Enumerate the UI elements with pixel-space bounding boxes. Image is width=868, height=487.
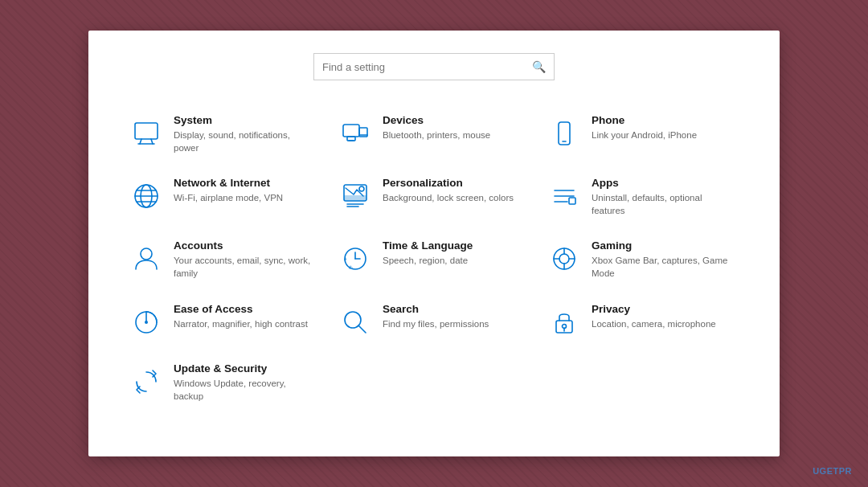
setting-text-privacy: Privacy Location, camera, microphone: [592, 303, 733, 330]
setting-text-devices: Devices Bluetooth, printers, mouse: [383, 114, 524, 141]
setting-text-accounts: Accounts Your accounts, email, sync, wor…: [174, 239, 315, 280]
setting-item-privacy[interactable]: Privacy Location, camera, microphone: [538, 292, 747, 351]
setting-desc-network: Wi-Fi, airplane mode, VPN: [174, 191, 315, 204]
setting-item-phone[interactable]: Phone Link your Android, iPhone: [538, 103, 747, 166]
setting-title-system: System: [174, 114, 315, 126]
setting-title-gaming: Gaming: [592, 239, 733, 252]
devices-icon: [338, 116, 373, 151]
setting-title-personalization: Personalization: [383, 177, 524, 189]
svg-point-39: [145, 321, 148, 324]
search-bar: 🔍: [313, 53, 555, 80]
search-input[interactable]: [322, 61, 532, 73]
setting-text-gaming: Gaming Xbox Game Bar, captures, Game Mod…: [592, 239, 733, 280]
setting-desc-accounts: Your accounts, email, sync, work, family: [174, 254, 315, 280]
svg-line-1: [140, 139, 141, 144]
setting-text-network: Network & Internet Wi-Fi, airplane mode,…: [174, 177, 315, 204]
apps-icon: [547, 178, 582, 214]
setting-item-ease[interactable]: Ease of Access Narrator, magnifier, high…: [121, 292, 330, 351]
setting-text-time: Time & Language Speech, region, date: [383, 239, 524, 267]
personalization-icon: [338, 178, 373, 214]
setting-text-search: Search Find my files, permissions: [383, 303, 524, 330]
svg-text:A: A: [344, 256, 347, 261]
svg-rect-4: [343, 125, 359, 137]
setting-item-update[interactable]: Update & Security Windows Update, recove…: [121, 351, 330, 414]
setting-desc-gaming: Xbox Game Bar, captures, Game Mode: [592, 254, 733, 280]
setting-item-network[interactable]: Network & Internet Wi-Fi, airplane mode,…: [121, 166, 330, 228]
setting-text-ease: Ease of Access Narrator, magnifier, high…: [174, 303, 315, 330]
setting-desc-personalization: Background, lock screen, colors: [383, 191, 524, 204]
accounts-icon: [129, 241, 164, 276]
search-icon: [338, 305, 373, 340]
svg-line-41: [358, 325, 366, 333]
settings-window: 🔍 System Display, sound, notifications, …: [88, 31, 780, 456]
setting-item-time[interactable]: A あ Time & Language Speech, region, date: [330, 228, 538, 291]
privacy-icon: [547, 305, 582, 340]
setting-desc-system: Display, sound, notifications, power: [174, 129, 315, 154]
setting-title-devices: Devices: [383, 114, 524, 126]
settings-grid: System Display, sound, notifications, po…: [121, 103, 747, 414]
svg-point-20: [359, 186, 364, 191]
network-icon: [129, 178, 164, 214]
time-icon: A あ: [338, 241, 373, 276]
phone-icon: [547, 116, 582, 151]
setting-title-apps: Apps: [592, 177, 733, 189]
setting-title-phone: Phone: [592, 114, 733, 126]
setting-desc-time: Speech, region, date: [383, 254, 524, 267]
update-icon: [129, 364, 164, 399]
watermark: UGETPR: [813, 466, 852, 476]
setting-desc-ease: Narrator, magnifier, high contrast: [174, 317, 315, 330]
setting-item-accounts[interactable]: Accounts Your accounts, email, sync, wor…: [121, 228, 330, 291]
setting-title-update: Update & Security: [174, 362, 315, 374]
setting-text-update: Update & Security Windows Update, recove…: [174, 362, 315, 403]
setting-title-accounts: Accounts: [174, 239, 315, 252]
setting-text-phone: Phone Link your Android, iPhone: [592, 114, 733, 141]
svg-point-25: [141, 248, 152, 260]
search-bar-wrap: 🔍: [121, 53, 747, 80]
setting-desc-update: Windows Update, recovery, backup: [174, 377, 315, 403]
svg-line-2: [151, 139, 153, 144]
setting-desc-devices: Bluetooth, printers, mouse: [383, 129, 524, 141]
setting-desc-apps: Uninstall, defaults, optional features: [592, 191, 733, 217]
setting-desc-search: Find my files, permissions: [383, 317, 524, 330]
search-icon: 🔍: [532, 60, 546, 73]
setting-title-privacy: Privacy: [592, 303, 733, 315]
setting-text-apps: Apps Uninstall, defaults, optional featu…: [592, 177, 733, 217]
setting-item-gaming[interactable]: Gaming Xbox Game Bar, captures, Game Mod…: [538, 228, 747, 291]
svg-rect-24: [569, 198, 575, 204]
gaming-icon: [547, 241, 582, 276]
setting-item-system[interactable]: System Display, sound, notifications, po…: [121, 103, 330, 166]
setting-desc-privacy: Location, camera, microphone: [592, 317, 733, 330]
svg-text:あ: あ: [349, 264, 353, 269]
svg-rect-0: [135, 123, 158, 139]
setting-text-personalization: Personalization Background, lock screen,…: [383, 177, 524, 204]
setting-item-devices[interactable]: Devices Bluetooth, printers, mouse: [330, 103, 538, 166]
svg-point-32: [559, 254, 569, 264]
setting-text-system: System Display, sound, notifications, po…: [174, 114, 315, 154]
setting-item-apps[interactable]: Apps Uninstall, defaults, optional featu…: [538, 166, 747, 228]
setting-desc-phone: Link your Android, iPhone: [592, 129, 733, 141]
ease-icon: [129, 305, 164, 340]
setting-title-search: Search: [383, 303, 524, 315]
setting-title-network: Network & Internet: [174, 177, 315, 189]
system-icon: [129, 116, 164, 151]
setting-title-time: Time & Language: [383, 239, 524, 252]
setting-item-search[interactable]: Search Find my files, permissions: [330, 292, 538, 351]
setting-title-ease: Ease of Access: [174, 303, 315, 315]
setting-item-personalization[interactable]: Personalization Background, lock screen,…: [330, 166, 538, 228]
